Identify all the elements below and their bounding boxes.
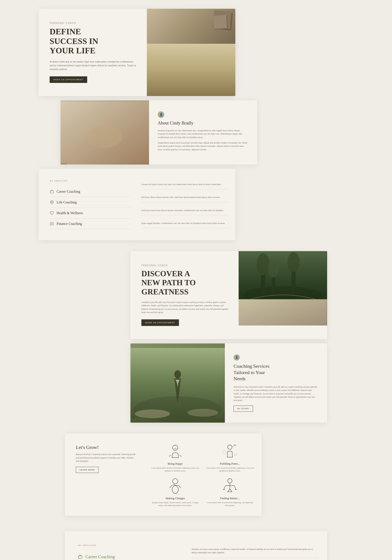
grow-happy-text: Lorem ipsum dolor sit amet consectetur a… (150, 467, 200, 472)
dollar-icon-small (50, 222, 54, 226)
grow-card-potential: Fulfilling Poten... Lorem ipsum dolor si… (205, 442, 255, 472)
service-item-health-small[interactable]: Health & Wellness (50, 208, 130, 219)
about-subtitle: About Cindy Bradly (158, 120, 249, 126)
about-section: 👤 About Cindy Bradly Vivamus id gravine … (60, 100, 257, 164)
grow-left: Let's Grow! Being to level up? Coaching … (65, 434, 143, 516)
service-name-career-small: Career Coaching (57, 190, 80, 194)
discover-cta-button[interactable]: BOOK AN APPOINTMENT (141, 319, 179, 326)
service-name-career-main: Career Coaching (86, 554, 115, 559)
svg-rect-10 (272, 269, 275, 295)
discover-main-image (239, 251, 327, 299)
grow-card-happy: Being Happy Lorem ipsum dolor sit amet c… (150, 442, 200, 472)
happy-illustration (166, 442, 184, 460)
svg-point-26 (173, 479, 178, 484)
hero-left: PERSONAL COACH DEFINE SUCCESS IN YOUR LI… (39, 9, 147, 96)
hero-section: PERSONAL COACH DEFINE SUCCESS IN YOUR LI… (39, 9, 235, 96)
svg-rect-6 (239, 251, 327, 299)
services-label-small: MY SERVICES (50, 180, 130, 182)
services-main-left: MY SERVICES Career Coaching Life Coachin… (65, 531, 183, 560)
grow-changes-title: Making Changes (166, 497, 185, 500)
grow-potential-title: Fulfilling Poten... (220, 462, 240, 466)
briefcase-icon-main (78, 555, 82, 559)
grow-changes-text: Quisque turpis augue, laoreet mauris, va… (150, 501, 200, 507)
services-main-right: Whether you have career goals, a fulfill… (183, 531, 327, 560)
svg-point-3 (51, 201, 52, 203)
service-item-career-small[interactable]: Career Coaching (50, 186, 130, 197)
discover-right (239, 251, 327, 339)
service-name-finance-small: Finance Coaching (57, 222, 82, 226)
forest-illustration (239, 251, 327, 299)
hero-cta-button[interactable]: BOOK AN APPOINTMENT (50, 76, 87, 83)
service-item-finance-small[interactable]: Finance Coaching (50, 219, 130, 229)
services-main-label: MY SERVICES (78, 544, 174, 546)
grow-balance-title: Finding Balanc... (220, 497, 240, 500)
briefcase-icon (50, 190, 54, 194)
svg-rect-2 (50, 191, 54, 193)
svg-point-19 (188, 409, 218, 417)
grow-right-grid: Being Happy Lorem ipsum dolor sit amet c… (143, 434, 262, 516)
service-desc-career-main: Whether you have career goals, a fulfill… (192, 544, 318, 558)
service-name-health-small: Health & Wellness (57, 211, 83, 215)
potential-illustration (221, 442, 239, 460)
coaching-avatar: 👤 (234, 354, 240, 360)
grow-cta-small[interactable]: LEARN MORE (76, 467, 98, 473)
about-image (60, 100, 149, 164)
service-item-career-main[interactable]: Career Coaching (78, 551, 174, 560)
grow-section-small: Let's Grow! Being to level up? Coaching … (65, 434, 262, 516)
coaching-image (130, 343, 225, 423)
service-desc-life-small: Elit fusce, dictus dictum lacinia in the… (141, 193, 229, 202)
discover-sub-image (239, 299, 327, 326)
about-avatar: 👤 (158, 111, 164, 118)
svg-line-28 (170, 485, 172, 488)
hero-title: DEFINE SUCCESS IN YOUR LIFE (50, 27, 138, 56)
hero-label: PERSONAL COACH (50, 22, 138, 24)
changes-illustration (166, 477, 184, 494)
heart-icon-small (50, 211, 54, 215)
svg-point-13 (287, 252, 300, 272)
services-main-section: MY SERVICES Career Coaching Life Coachin… (65, 531, 327, 560)
page-wrapper: PERSONAL COACH DEFINE SUCCESS IN YOUR LI… (0, 0, 392, 560)
svg-rect-35 (78, 556, 82, 559)
svg-point-24 (223, 450, 226, 454)
coaching-text: Welcome to Your Personal Coach! Transfor… (234, 385, 318, 402)
coaching-section: 👤 Coaching Services Tailored to Your Nee… (130, 343, 327, 423)
service-desc-career-small: Laoreet nisl liguria lorem cras risus ni… (141, 180, 229, 189)
services-left-col: MY SERVICES Career Coaching Life Coachin… (39, 169, 137, 240)
svg-rect-14 (239, 299, 327, 326)
svg-rect-12 (292, 262, 296, 295)
about-right: 👤 About Cindy Bradly Vivamus id gravine … (149, 100, 257, 164)
grow-text-small: Being to level up? Coaching unlocks your… (76, 453, 137, 463)
grow-potential-text: Lorem ipsum dolor sit amet consectetur a… (205, 467, 255, 472)
svg-point-7 (244, 286, 322, 299)
svg-point-23 (228, 445, 232, 449)
discover-section: PERSONAL COACH DISCOVER A NEW PATH TO GR… (130, 251, 327, 339)
svg-line-21 (169, 455, 171, 457)
services-right-col: Laoreet nisl liguria lorem cras risus ni… (137, 169, 235, 240)
svg-point-9 (257, 253, 270, 275)
field-illustration (130, 343, 225, 423)
service-desc-life-main: Our philosophy centers around happiness,… (192, 558, 318, 560)
hero-right (147, 9, 235, 96)
grow-happy-title: Being Happy (168, 462, 183, 466)
hero-image-bottom (147, 44, 235, 96)
discover-label: PERSONAL COACH (141, 264, 230, 267)
coaching-cta-button[interactable]: MY STORY (234, 406, 253, 412)
hero-text: At dictum morbi quis ac dis masbio. Eget… (50, 60, 138, 71)
svg-point-20 (173, 445, 178, 450)
service-desc-finance-small: Etiam augue faucibus, condimentum nec ni… (141, 219, 229, 228)
svg-line-29 (178, 485, 181, 488)
grow-title-small: Let's Grow! (76, 444, 137, 450)
coaching-right: 👤 Coaching Services Tailored to Your Nee… (225, 343, 327, 423)
svg-point-18 (135, 410, 170, 418)
svg-rect-15 (130, 348, 225, 418)
balance-illustration (221, 477, 239, 494)
svg-rect-8 (261, 264, 266, 295)
coaching-title: Coaching Services Tailored to Your Needs (234, 363, 318, 382)
about-text-1: Vivamus id gravine mi, nec ullamcorper a… (158, 129, 249, 139)
mappin-icon (50, 200, 54, 205)
svg-point-1 (87, 126, 123, 148)
svg-point-16 (134, 396, 221, 423)
svg-point-17 (174, 370, 181, 378)
grow-card-changes: Making Changes Quisque turpis augue, lao… (150, 477, 200, 507)
service-item-life-small[interactable]: Life Coaching (50, 197, 130, 208)
